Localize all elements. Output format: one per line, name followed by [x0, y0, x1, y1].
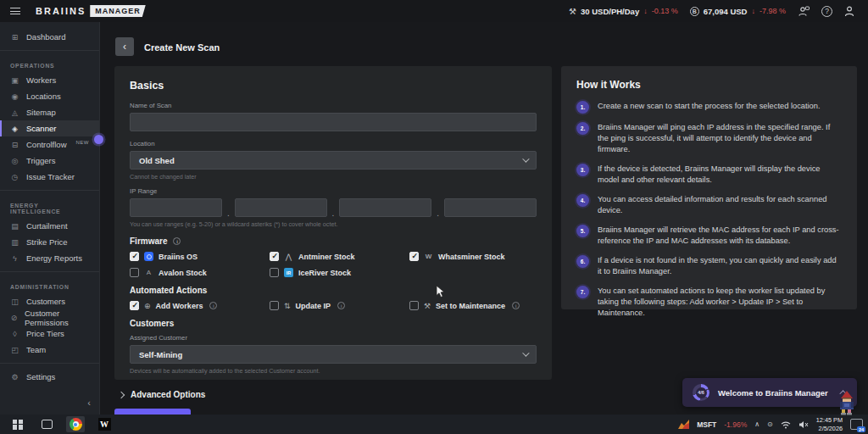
- date: 2/5/2026: [816, 425, 843, 432]
- stock-widget-icon[interactable]: [678, 417, 689, 432]
- hidden-icons-chevron[interactable]: ∧: [754, 420, 760, 428]
- chevron-collapse-icon[interactable]: [839, 390, 846, 397]
- info-icon[interactable]: [512, 302, 520, 309]
- sitemap-icon: [10, 108, 19, 117]
- checkbox-set-to-maintenance[interactable]: ⚒ Set to Maintenance: [409, 301, 537, 310]
- sidebar-item-controlflow[interactable]: Controlflow NEW: [0, 136, 99, 153]
- sidebar-item-strike-price[interactable]: Strike Price: [0, 234, 99, 250]
- checkbox-label: Antminer Stock: [298, 253, 355, 261]
- wifi-icon[interactable]: [781, 417, 791, 432]
- checkbox-update-ip[interactable]: ⇅ Update IP: [270, 301, 409, 310]
- checkbox-braiins-os[interactable]: Braiins OS: [130, 252, 270, 261]
- step-number: 1.: [576, 101, 589, 114]
- back-button[interactable]: ‹: [115, 37, 134, 56]
- logo-badge: MANAGER: [90, 5, 146, 17]
- volume-muted-icon[interactable]: [798, 417, 809, 432]
- braiins-os-logo-icon: [144, 252, 153, 261]
- sidebar-item-customers[interactable]: Customers: [0, 293, 99, 309]
- iceriver-logo-icon: [284, 268, 293, 277]
- sidebar-item-dashboard[interactable]: Dashboard: [0, 29, 99, 45]
- advanced-options-toggle[interactable]: Advanced Options: [119, 390, 205, 399]
- checkbox[interactable]: [270, 252, 279, 261]
- sidebar-item-workers[interactable]: Workers: [0, 72, 99, 88]
- location-select[interactable]: Old Shed: [130, 151, 537, 170]
- notification-center-icon[interactable]: 24: [850, 419, 863, 430]
- stock-symbol[interactable]: MSFT: [697, 420, 716, 429]
- checkbox[interactable]: [130, 252, 139, 261]
- energy-reports-icon: [10, 254, 19, 263]
- checkbox[interactable]: [409, 301, 419, 310]
- checkbox-label: Whatsminer Stock: [438, 253, 505, 261]
- checkbox-avalon-stock[interactable]: Avalon Stock: [130, 268, 270, 277]
- step-number: 3.: [576, 164, 589, 176]
- settings-icon: [10, 373, 19, 381]
- sidebar-item-customer-permissions[interactable]: Customer Permissions: [0, 309, 99, 326]
- sidebar-item-team[interactable]: Team: [0, 342, 99, 358]
- checkbox[interactable]: [409, 252, 419, 261]
- checkbox-whatsminer-stock[interactable]: Whatsminer Stock: [409, 252, 537, 261]
- checkbox-label: Avalon Stock: [159, 269, 207, 277]
- tray-update-icon[interactable]: ⊙: [767, 420, 773, 428]
- antminer-logo-icon: [284, 252, 293, 261]
- sidebar-item-label: Settings: [26, 372, 55, 381]
- sidebar-item-curtailment[interactable]: Curtailment: [0, 218, 99, 234]
- checkbox[interactable]: [130, 301, 139, 310]
- sidebar-item-settings[interactable]: Settings: [0, 369, 99, 385]
- info-icon[interactable]: [337, 302, 345, 309]
- checkbox-add-workers[interactable]: ⊕ Add Workers: [130, 301, 270, 310]
- page-title: Create New Scan: [144, 42, 220, 53]
- checkbox[interactable]: [130, 268, 139, 277]
- btc-change: -7.98 %: [760, 7, 786, 15]
- start-button[interactable]: [8, 416, 27, 432]
- sidebar-item-sitemap[interactable]: Sitemap: [0, 104, 99, 120]
- checkbox[interactable]: [270, 301, 279, 310]
- sidebar-section-energy: ENERGY INTELLIGENCE: [0, 196, 99, 218]
- info-icon[interactable]: [173, 237, 181, 245]
- name-of-scan-input[interactable]: [130, 113, 537, 131]
- w-app-taskbar-button[interactable]: W: [95, 416, 114, 432]
- brand-logo[interactable]: BRAIINS MANAGER: [36, 5, 146, 17]
- sidebar-item-label: Triggers: [26, 156, 56, 165]
- windows-logo-icon: [13, 420, 23, 430]
- welcome-toast[interactable]: 4/6 Welcome to Braiins Manager: [682, 378, 857, 407]
- checkbox-iceriver-stock[interactable]: IceRiver Stock: [270, 268, 409, 277]
- ip-octet-2-input[interactable]: [235, 198, 327, 217]
- info-icon[interactable]: [209, 302, 217, 309]
- chevron-down-icon: [522, 155, 529, 162]
- step-text: If the device is detected, Braiins Manag…: [598, 164, 842, 186]
- advanced-options-label: Advanced Options: [131, 390, 205, 399]
- task-view-button[interactable]: [37, 416, 56, 432]
- sidebar-item-label: Locations: [26, 92, 61, 101]
- ip-octet-1-input[interactable]: [130, 198, 222, 217]
- sidebar-item-label: Dashboard: [26, 32, 65, 42]
- help-icon[interactable]: [821, 6, 832, 17]
- sidebar-collapse-icon[interactable]: ‹: [87, 398, 91, 408]
- assigned-customer-value: Self-Mining: [139, 350, 182, 359]
- maintenance-tools-icon: ⚒: [424, 302, 431, 310]
- invite-user-icon[interactable]: [798, 6, 810, 17]
- checkbox-antminer-stock[interactable]: Antminer Stock: [270, 252, 409, 261]
- how-it-works-step: 2. Braiins Manager will ping each IP add…: [576, 122, 842, 155]
- profile-icon[interactable]: [844, 6, 854, 17]
- sidebar-item-triggers[interactable]: Triggers: [0, 153, 99, 169]
- sidebar-item-price-tiers[interactable]: Price Tiers: [0, 326, 99, 342]
- chrome-taskbar-button[interactable]: [66, 416, 85, 432]
- ip-octet-3-input[interactable]: [339, 198, 431, 217]
- sidebar-item-label: Scanner: [26, 124, 56, 133]
- strike-price-icon: [10, 238, 19, 247]
- system-clock[interactable]: 12:45 PM 2/5/2026: [816, 416, 843, 432]
- sidebar-item-scanner[interactable]: Scanner: [0, 120, 99, 136]
- sidebar-item-energy-reports[interactable]: Energy Reports: [0, 250, 99, 266]
- how-it-works-step: 7. You can set automated actions to keep…: [576, 286, 842, 319]
- assigned-customer-select[interactable]: Self-Mining: [130, 345, 537, 364]
- ip-range-label: IP Range: [130, 187, 537, 195]
- checkbox[interactable]: [270, 268, 279, 277]
- hamburger-menu-icon[interactable]: [10, 8, 20, 14]
- down-arrow-icon: [751, 7, 755, 15]
- btc-value: 67,094 USD: [704, 7, 748, 16]
- controlflow-icon: [10, 141, 19, 149]
- sidebar-item-issue-tracker[interactable]: Issue Tracker: [0, 169, 99, 185]
- sidebar-item-locations[interactable]: Locations: [0, 88, 99, 104]
- ip-octet-4-input[interactable]: [444, 198, 537, 217]
- onboarding-beacon-dot[interactable]: [94, 135, 103, 144]
